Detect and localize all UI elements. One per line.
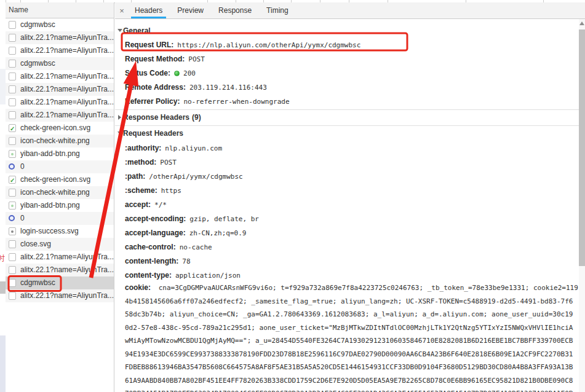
header-value: application/json	[175, 272, 241, 280]
document-icon	[9, 266, 16, 274]
request-name-label: alitx.22.1?name=AliyunTra...	[20, 31, 114, 44]
request-name-label: icon-check-white.png	[20, 135, 90, 147]
image-check-icon	[9, 176, 16, 184]
header-value: 78	[182, 257, 190, 265]
document-icon	[9, 34, 16, 42]
request-row-0[interactable]: 0	[6, 160, 114, 173]
request-name-label: cdgmwbsc	[20, 276, 55, 289]
request-details-pane: × HeadersPreviewResponseTiming General R…	[115, 2, 585, 392]
request-row-cdgmwbsc[interactable]: cdgmwbsc	[6, 57, 114, 70]
request-row-alitx-22-1-name-aliyuntra-[interactable]: alitx.22.1?name=AliyunTra...	[6, 44, 114, 57]
devtools-network-panel: 时 Name cdgmwbscalitx.22.1?name=AliyunTra…	[0, 0, 585, 392]
tab-preview[interactable]: Preview	[175, 2, 205, 18]
header-value: /otherApi/yymx/cdgmwbsc	[149, 173, 242, 181]
document-icon	[9, 279, 16, 287]
disclosure-right-icon[interactable]	[118, 115, 121, 120]
request-row-login-success-svg[interactable]: login-success.svg	[6, 225, 114, 238]
header-row: :path:/otherApi/yymx/cdgmwbsc	[125, 170, 243, 184]
request-row-cdgmwbsc[interactable]: cdgmwbsc	[6, 18, 114, 31]
request-row-alitx-22-1-name-aliyuntra-[interactable]: alitx.22.1?name=AliyunTra...	[6, 251, 114, 264]
header-name: content-type:	[125, 271, 172, 280]
request-row-check-green-icon-svg[interactable]: check-green-icon.svg	[6, 122, 114, 135]
header-row: content-type:application/json	[125, 269, 241, 283]
document-icon	[9, 292, 16, 300]
request-row-alitx-22-1-name-aliyuntra-[interactable]: alitx.22.1?name=AliyunTra...	[6, 289, 114, 302]
request-name-label: alitx.22.1?name=AliyunTra...	[20, 264, 114, 276]
request-headers-section-title[interactable]: Request Headers	[123, 127, 183, 141]
request-row-alitx-22-1-name-aliyuntra-[interactable]: alitx.22.1?name=AliyunTra...	[6, 31, 114, 44]
header-name: accept-language:	[125, 229, 186, 237]
request-row-icon-check-white-png[interactable]: icon-check-white.png	[6, 186, 114, 199]
details-tab-bar: × HeadersPreviewResponseTiming	[115, 2, 585, 19]
header-row: :scheme:https	[125, 184, 181, 198]
request-name-label: alitx.22.1?name=AliyunTra...	[20, 44, 114, 57]
response-headers-section-title[interactable]: Response Headers(9)	[123, 111, 201, 125]
tab-timing[interactable]: Timing	[265, 2, 290, 18]
header-value: gzip, deflate, br	[189, 215, 259, 223]
header-name: Request URL:	[125, 41, 173, 49]
disclosure-down-icon[interactable]	[117, 131, 122, 135]
header-value: https://nlp.aliyun.com/otherApi/yymx/cdg…	[177, 41, 360, 49]
header-name: cookie:	[125, 283, 151, 292]
cookie-line: wMiAyMTowNzowMCBDU1QgMjAyMQ=="; a_u=2845…	[125, 334, 578, 348]
request-row-icon-check-white-png[interactable]: icon-check-white.png	[6, 135, 114, 147]
scroll-up-icon[interactable]	[579, 22, 584, 25]
scrollbar-thumb[interactable]	[579, 29, 585, 266]
header-row: Request URL:https://nlp.aliyun.com/other…	[125, 38, 360, 52]
header-row: accept:*/*	[125, 198, 167, 212]
header-name: accept-encoding:	[125, 214, 186, 223]
header-value: no-referrer-when-downgrade	[183, 98, 289, 106]
request-name-label: yiban-add-btn.png	[20, 147, 80, 160]
response-headers-count: (9)	[192, 113, 201, 122]
request-row-check-green-icon-svg[interactable]: check-green-icon.svg	[6, 173, 114, 186]
document-icon	[9, 73, 16, 80]
status-green-dot-icon	[174, 71, 180, 76]
request-name-label: icon-check-white.png	[20, 186, 90, 199]
close-icon[interactable]: ×	[116, 6, 127, 15]
request-name-label: cdgmwbsc	[20, 18, 55, 31]
document-icon	[9, 137, 16, 145]
image-dark-dot-icon	[9, 227, 16, 235]
cookie-line: 0d2-57e8-438c-95cd-789a21c295d1; aone_us…	[125, 321, 578, 335]
name-column-header[interactable]: Name	[6, 2, 114, 18]
request-row-cdgmwbsc[interactable]: cdgmwbsc	[6, 276, 114, 289]
request-row-0[interactable]: 0	[6, 212, 114, 225]
tab-headers[interactable]: Headers	[133, 2, 164, 18]
request-row-alitx-22-1-name-aliyuntra-[interactable]: alitx.22.1?name=AliyunTra...	[6, 264, 114, 276]
header-value: */*	[154, 201, 167, 209]
tab-response[interactable]: Response	[217, 2, 253, 18]
header-row: Referrer Policy:no-referrer-when-downgra…	[125, 95, 290, 109]
cookie-line: 4b4158145606a6ff07a246edfecf2; _samesite…	[125, 295, 578, 308]
request-row-alitx-22-1-name-aliyuntra-[interactable]: alitx.22.1?name=AliyunTra...	[6, 96, 114, 109]
request-row-yiban-add-btn-png[interactable]: yiban-add-btn.png	[6, 147, 114, 160]
details-scrollbar[interactable]	[579, 19, 585, 392]
request-list: cdgmwbscalitx.22.1?name=AliyunTra...alit…	[6, 18, 114, 302]
request-row-alitx-22-1-name-aliyuntra-[interactable]: alitx.22.1?name=AliyunTra...	[6, 83, 114, 96]
response-headers-label: Response Headers	[123, 113, 189, 122]
disclosure-down-icon[interactable]	[117, 29, 122, 32]
page-behind-red-text: 时	[0, 253, 5, 264]
request-row-alitx-22-1-name-aliyuntra-[interactable]: alitx.22.1?name=AliyunTra...	[6, 70, 114, 83]
request-row-alitx-22-1-name-aliyuntra-[interactable]: alitx.22.1?name=AliyunTra...	[6, 109, 114, 122]
request-name-label: alitx.22.1?name=AliyunTra...	[20, 289, 114, 302]
header-row: Remote Address:203.119.214.116:443	[125, 80, 267, 95]
page-behind-scroll-thumb	[0, 281, 6, 294]
request-row-yiban-add-btn-png[interactable]: yiban-add-btn.png	[6, 199, 114, 212]
header-value: POST	[160, 159, 177, 167]
request-name-label: check-green-icon.svg	[20, 173, 90, 186]
request-name-label: alitx.22.1?name=AliyunTra...	[20, 96, 114, 109]
image-green-dot-icon	[9, 202, 16, 210]
header-row: content-length:78	[125, 254, 191, 269]
header-name: cache-control:	[125, 243, 176, 251]
document-icon	[9, 21, 16, 29]
request-name-label: yiban-add-btn.png	[20, 199, 80, 212]
header-name: :authority:	[125, 144, 161, 152]
header-name: :method:	[125, 158, 156, 167]
document-icon	[9, 60, 16, 68]
header-row: accept-encoding:gzip, deflate, br	[125, 212, 259, 226]
general-section-title[interactable]: General	[123, 24, 151, 38]
header-name: Referrer Policy:	[125, 97, 180, 106]
request-row-close-svg[interactable]: close.svg	[6, 238, 114, 251]
header-row: Status Code:200	[125, 66, 196, 80]
image-ring-icon	[9, 163, 16, 171]
